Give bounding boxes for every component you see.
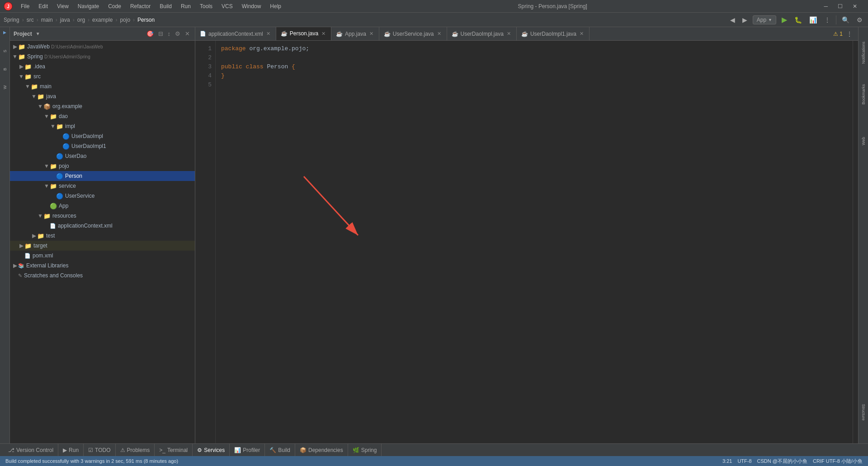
tree-item-scratches[interactable]: ✎ Scratches and Consoles [10,271,195,281]
bottom-tab-todo[interactable]: ☑ TODO [84,444,115,456]
folder-icon-javawebroot: 📁 [18,43,25,50]
bottom-tab-terminal[interactable]: >_ Terminal [155,444,193,456]
tree-item-pomxml[interactable]: 📄 pom.xml [10,251,195,261]
tab-close-userdaoimpl[interactable]: ✕ [506,30,512,37]
close-button[interactable]: ✕ [849,2,861,10]
build-icon: 🔨 [269,447,276,453]
locate-file-button[interactable]: 🎯 [145,30,155,38]
menu-run[interactable]: Run [177,2,194,10]
tree-item-src[interactable]: ▼ 📁 src [10,71,195,81]
tab-close-userdaoimpl1[interactable]: ✕ [579,30,585,37]
tree-item-appctx[interactable]: 📄 applicationContext.xml [10,221,195,231]
bottom-tab-build[interactable]: 🔨 Build [265,444,295,456]
run-label: Run [69,447,79,453]
tree-item-test[interactable]: ▶ 📁 test [10,231,195,241]
arrow-test: ▶ [31,233,37,239]
navigate-back-button[interactable]: ◀ [728,15,737,24]
sort-button[interactable]: ↕ [166,30,172,38]
tree-item-idea[interactable]: ▶ 📁 .idea [10,62,195,71]
tree-item-person[interactable]: 🔵 Person [10,171,195,181]
tree-item-dao[interactable]: ▼ 📁 dao [10,111,195,121]
bottom-tab-dependencies[interactable]: 📦 Dependencies [295,444,348,456]
structure-panel[interactable]: Structure [860,403,867,439]
bottom-tab-services[interactable]: ⚙ Services [193,444,230,456]
menu-edit[interactable]: Edit [35,2,52,10]
menu-tools[interactable]: Tools [196,2,216,10]
editor-area: 📄 applicationContext.xml ✕ ☕ Person.java… [195,27,858,443]
menu-help[interactable]: Help [266,2,285,10]
settings-button[interactable]: ⚙ [855,15,864,24]
tree-item-userdaoimpl1[interactable]: 🔵 UserDaoImpl1 [10,141,195,151]
tab-close-person[interactable]: ✕ [321,30,326,37]
coverage-button[interactable]: 📊 [807,15,819,24]
tree-item-extlibs[interactable]: ▶ 📚 External Libraries [10,261,195,271]
java-tab-icon-userservice: ☕ [384,31,391,37]
tab-appctx[interactable]: 📄 applicationContext.xml ✕ [195,27,276,41]
project-icon[interactable]: ◀ [1,29,9,37]
tree-item-pojo[interactable]: ▼ 📁 pojo [10,161,195,171]
tree-item-service[interactable]: ▼ 📁 service [10,181,195,191]
web-icon[interactable]: W [1,83,9,91]
bottom-tab-version-control[interactable]: ⎇ Version Control [4,444,58,456]
collapse-all-button[interactable]: ⊟ [157,30,165,38]
expand-tabs-button[interactable]: ⋮ [844,29,854,38]
tab-app[interactable]: ☕ App.java ✕ [331,27,379,41]
structure-icon[interactable]: S [1,47,9,55]
code-editor[interactable]: package org.example.pojo; public class P… [216,41,858,443]
settings-panel-button[interactable]: ⚙ [174,30,182,38]
web-panel[interactable]: Web [860,110,867,147]
tab-userdaoimpl[interactable]: ☕ UserDaoImpl.java ✕ [447,27,517,41]
tree-item-userdao[interactable]: 🔵 UserDao [10,151,195,161]
tree-item-resources[interactable]: ▼ 📁 resources [10,211,195,221]
bookmarks-panel[interactable]: Bookmarks [860,70,867,106]
menu-vcs[interactable]: VCS [218,2,236,10]
tree-item-orgexample[interactable]: ▼ 📦 org.example [10,101,195,111]
search-everywhere-button[interactable]: 🔍 [840,15,851,24]
more-run-options[interactable]: ⋮ [822,15,832,24]
arrow-extlibs: ▶ [12,262,18,269]
menu-navigate[interactable]: Navigate [74,2,103,10]
menu-build[interactable]: Build [156,2,175,10]
right-sidebar: Notifications Bookmarks Web Structure [858,27,868,443]
services-label: Services [204,447,225,453]
menu-refactor[interactable]: Refactor [127,2,154,10]
tree-item-springroot[interactable]: ▼ 📁 Spring D:\Users\Admin\Spring [10,52,195,62]
maven-icon-pomxml: 📄 [24,253,31,259]
menu-file[interactable]: File [17,2,33,10]
tab-userservice[interactable]: ☕ UserService.java ✕ [379,27,447,41]
label-idea: .idea [33,63,191,70]
tab-close-userservice[interactable]: ✕ [436,30,442,37]
menu-window[interactable]: Window [238,2,265,10]
minimize-button[interactable]: ─ [820,2,831,10]
tree-item-app[interactable]: 🟢 App [10,201,195,211]
run-button[interactable]: ▶ [780,14,789,25]
tree-item-javawebroot[interactable]: ▶ 📁 JavaWeb D:\Users\Admin\JavaWeb [10,42,195,52]
hide-panel-button[interactable]: ✕ [184,30,191,38]
tree-item-java[interactable]: ▼ 📁 java [10,91,195,101]
tab-userdaoimpl1[interactable]: ☕ UserDaoImpl1.java ✕ [517,27,590,41]
bottom-tab-profiler[interactable]: 📊 Profiler [230,444,265,456]
bottom-tab-run[interactable]: ▶ Run [58,444,84,456]
tree-item-userservice[interactable]: 🔵 UserService [10,191,195,201]
navigate-forward-button[interactable]: ▶ [741,15,749,24]
notifications-panel[interactable]: Notifications [860,29,867,65]
tab-close-appctx[interactable]: ✕ [265,30,271,37]
tree-item-main[interactable]: ▼ 📁 main [10,81,195,91]
tab-close-app[interactable]: ✕ [368,30,374,37]
encoding: UTF-8 [737,458,751,464]
menu-code[interactable]: Code [104,2,125,10]
menu-view[interactable]: View [53,2,72,10]
tree-item-target[interactable]: ▶ 📁 target [10,241,195,251]
tab-person[interactable]: ☕ Person.java ✕ [276,27,331,41]
maximize-button[interactable]: ☐ [834,2,846,10]
tree-item-impl[interactable]: ▼ 📁 impl [10,121,195,131]
bookmarks-icon[interactable]: B [1,65,9,73]
label-target: target [33,243,191,249]
bottom-tab-problems[interactable]: ⚠ Problems [116,444,155,456]
debug-button[interactable]: 🐛 [793,15,804,24]
run-config-dropdown[interactable]: App ▼ [753,15,776,24]
bottom-tab-spring[interactable]: 🌿 Spring [348,444,382,456]
label-dao: dao [59,113,191,119]
tree-item-userdaoimpl[interactable]: 🔵 UserDaoImpl [10,131,195,141]
toolbar: Spring › src › main › java › org › examp… [0,13,868,27]
